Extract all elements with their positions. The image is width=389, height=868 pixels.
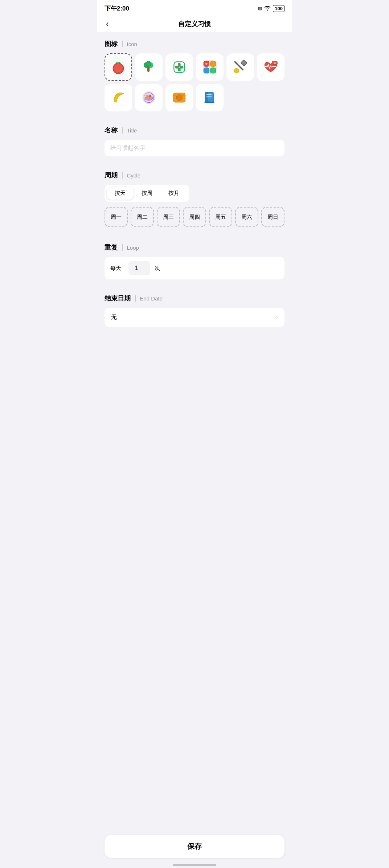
svg-point-26: [149, 98, 151, 99]
svg-point-25: [149, 95, 151, 97]
chevron-right-icon: ›: [276, 314, 278, 321]
svg-rect-12: [210, 61, 216, 67]
svg-rect-13: [204, 68, 209, 73]
icon-bowl[interactable]: [135, 84, 163, 111]
cycle-label-cn: 周期: [105, 171, 118, 180]
icon-label-divider: [122, 41, 123, 47]
loop-count-input[interactable]: [130, 265, 148, 272]
icon-banana[interactable]: [105, 84, 132, 111]
loop-input-box: [128, 261, 150, 275]
day-tuesday[interactable]: 周二: [131, 207, 154, 227]
loop-prefix: 每天: [110, 265, 121, 272]
svg-rect-17: [241, 60, 247, 66]
status-bar: 下午2:00 ⊠ 100: [97, 0, 292, 16]
back-button[interactable]: ‹: [103, 18, 111, 30]
sim-icon: ⊠: [258, 6, 262, 11]
loop-row: 每天 次: [105, 257, 284, 279]
loop-suffix: 次: [155, 265, 160, 272]
wifi-icon: [264, 5, 271, 12]
svg-point-15: [205, 63, 208, 65]
enddate-label-divider: [135, 295, 136, 302]
icon-medical[interactable]: [165, 53, 193, 81]
title-section-label: 名称 Title: [105, 126, 284, 135]
icon-book[interactable]: [196, 84, 224, 111]
status-time: 下午2:00: [105, 4, 129, 13]
end-date-value: 无: [111, 314, 117, 321]
loop-label-cn: 重复: [105, 243, 118, 252]
day-monday[interactable]: 周一: [105, 207, 128, 227]
svg-rect-14: [210, 68, 216, 73]
icon-broccoli[interactable]: [135, 53, 163, 81]
svg-point-1: [114, 64, 123, 72]
enddate-section: 结束日期 End Date 无 ›: [97, 287, 292, 327]
svg-rect-34: [206, 96, 212, 97]
svg-point-4: [146, 61, 151, 67]
loop-section-label: 重复 Loop: [105, 243, 284, 252]
page-title: 自定义习惯: [178, 20, 211, 28]
cycle-section: 周期 Cycle 按天 按周 按月 周一 周二 周三 周四 周五 周六 周日: [97, 164, 292, 229]
title-input-wrap: [105, 140, 284, 156]
title-label-cn: 名称: [105, 126, 118, 135]
cycle-section-label: 周期 Cycle: [105, 171, 284, 180]
svg-point-18: [234, 69, 239, 73]
icon-heartrate[interactable]: 90: [257, 53, 284, 81]
svg-rect-33: [206, 94, 212, 95]
title-label-en: Title: [127, 127, 137, 134]
icon-tomato[interactable]: [105, 53, 132, 81]
icon-grid: 90: [105, 53, 284, 119]
cycle-label-divider: [122, 172, 123, 179]
enddate-label-en: End Date: [140, 295, 163, 302]
enddate-section-label: 结束日期 End Date: [105, 294, 284, 303]
cycle-tabs: 按天 按周 按月: [105, 185, 189, 202]
svg-rect-5: [147, 67, 150, 72]
day-friday[interactable]: 周五: [209, 207, 232, 227]
cycle-tab-month[interactable]: 按月: [160, 187, 187, 200]
battery-icon: 100: [273, 5, 284, 12]
cycle-label-en: Cycle: [127, 172, 141, 179]
loop-section: 重复 Loop 每天 次: [97, 236, 292, 279]
svg-text:90: 90: [274, 62, 276, 64]
loop-label-en: Loop: [127, 245, 139, 251]
title-label-divider: [122, 127, 123, 134]
day-wednesday[interactable]: 周三: [157, 207, 180, 227]
svg-rect-36: [204, 102, 214, 103]
svg-rect-35: [206, 98, 210, 98]
title-input[interactable]: [110, 145, 279, 151]
nav-bar: ‹ 自定义习惯: [97, 16, 292, 32]
end-date-row[interactable]: 无 ›: [105, 308, 284, 327]
icon-tennis[interactable]: [226, 53, 254, 81]
cycle-tab-week[interactable]: 按周: [134, 187, 160, 200]
enddate-label-cn: 结束日期: [105, 294, 131, 303]
loop-label-divider: [122, 244, 123, 251]
icon-section: 图标 Icon: [97, 32, 292, 119]
svg-point-24: [146, 95, 149, 98]
day-thursday[interactable]: 周四: [183, 207, 206, 227]
main-content: 图标 Icon: [97, 32, 292, 370]
icon-label-cn: 图标: [105, 40, 118, 48]
day-sunday[interactable]: 周日: [261, 207, 284, 227]
icon-basketball[interactable]: [165, 84, 193, 111]
cycle-tab-day[interactable]: 按天: [107, 187, 134, 200]
icon-section-label: 图标 Icon: [105, 40, 284, 48]
status-icons: ⊠ 100: [258, 5, 284, 12]
icon-pills[interactable]: [196, 53, 224, 81]
icon-label-en: Icon: [127, 41, 137, 47]
title-section: 名称 Title: [97, 119, 292, 156]
day-selector: 周一 周二 周三 周四 周五 周六 周日: [105, 207, 284, 229]
day-saturday[interactable]: 周六: [235, 207, 258, 227]
